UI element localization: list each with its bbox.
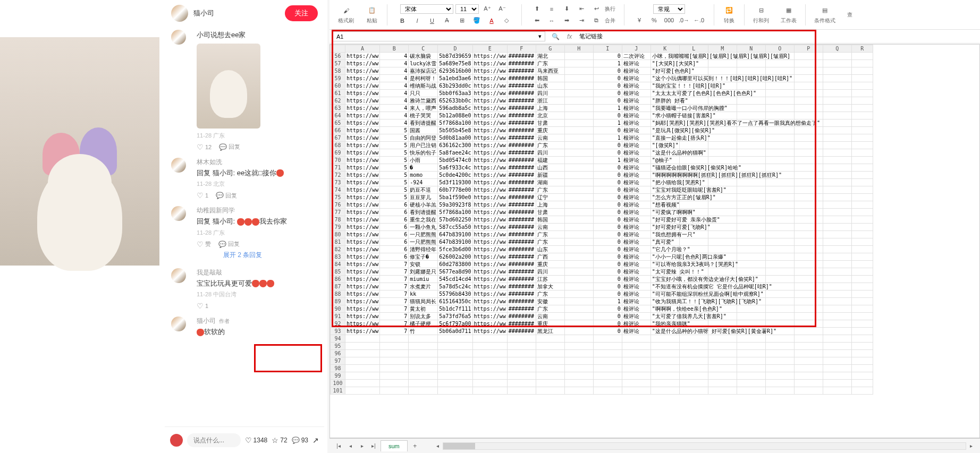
cell[interactable]: https://ww <box>472 134 507 142</box>
cell[interactable]: https://ww <box>472 105 507 112</box>
cell[interactable] <box>593 335 622 343</box>
cell[interactable]: 广东 <box>536 142 564 149</box>
cell[interactable] <box>823 105 851 112</box>
cell[interactable]: 0 <box>593 164 622 172</box>
cell[interactable] <box>851 298 873 305</box>
cell[interactable] <box>851 97 873 105</box>
cell[interactable]: 根评论 <box>622 82 650 90</box>
col-header-B[interactable]: B <box>380 45 409 53</box>
cell[interactable] <box>593 372 622 380</box>
cell[interactable] <box>737 209 765 216</box>
cell[interactable] <box>794 67 823 75</box>
cell[interactable] <box>851 335 873 343</box>
cell[interactable]: 7 <box>380 313 409 320</box>
cell[interactable]: ######## <box>507 305 536 313</box>
cell[interactable] <box>794 276 823 283</box>
cell[interactable]: 浙江 <box>536 97 564 105</box>
comment-username[interactable]: 幼稚园新同学 <box>197 206 318 215</box>
cell[interactable] <box>794 201 823 209</box>
cell[interactable]: ######## <box>507 209 536 216</box>
cell[interactable] <box>765 60 794 67</box>
cell[interactable] <box>622 357 650 365</box>
fx-icon[interactable]: fx <box>563 33 576 40</box>
cell[interactable]: 清野得经年 <box>409 246 438 253</box>
cell[interactable] <box>823 134 851 142</box>
cell[interactable] <box>564 194 593 201</box>
cell[interactable] <box>823 194 851 201</box>
cell[interactable] <box>765 157 794 164</box>
cell[interactable]: https://ww <box>345 298 380 305</box>
cell[interactable]: 广东 <box>536 290 564 298</box>
cell[interactable] <box>794 253 823 261</box>
cell[interactable]: "真可爱" <box>650 238 679 246</box>
cell[interactable]: "啊啊啊，快给ee亲[色色R]" <box>650 305 679 313</box>
cell[interactable] <box>564 276 593 283</box>
cell[interactable] <box>564 343 593 350</box>
cell[interactable] <box>851 224 873 231</box>
cell[interactable]: 0 <box>593 283 622 290</box>
cell[interactable]: "好可爱好可爱[飞吻R]" <box>650 224 679 231</box>
cell[interactable] <box>536 343 564 350</box>
cell[interactable]: 硬核小羊羔 <box>409 201 438 209</box>
cell[interactable]: https://ww <box>345 90 380 97</box>
cell[interactable]: https://ww <box>345 253 380 261</box>
cell[interactable]: 0 <box>593 194 622 201</box>
cell[interactable]: 广东 <box>536 231 564 238</box>
cell[interactable]: 5 <box>380 134 409 142</box>
cell[interactable]: ######## <box>507 313 536 320</box>
cell[interactable] <box>564 82 593 90</box>
cell[interactable] <box>380 343 409 350</box>
cell[interactable]: 5a6f933c4c <box>438 164 472 172</box>
tab-nav-prev-icon[interactable]: ◂ <box>345 441 355 451</box>
cell[interactable] <box>823 75 851 82</box>
cell[interactable] <box>593 365 622 372</box>
paste-icon[interactable]: 📋 <box>366 5 378 16</box>
cell[interactable] <box>380 350 409 357</box>
header-username[interactable]: 猫小司 <box>193 8 285 18</box>
cell[interactable]: 60b7778e00 <box>438 186 472 194</box>
cell[interactable] <box>765 365 794 372</box>
cell[interactable]: momo <box>409 172 438 179</box>
cell[interactable] <box>851 328 873 335</box>
cell[interactable]: 根评论 <box>622 60 650 67</box>
cell[interactable] <box>851 164 873 172</box>
cell[interactable]: 5b12a088e0 <box>438 112 472 119</box>
cell[interactable]: https://ww <box>345 194 380 201</box>
cell[interactable] <box>622 365 650 372</box>
cell[interactable] <box>851 343 873 350</box>
cell[interactable] <box>823 179 851 186</box>
cell[interactable] <box>823 305 851 313</box>
cell[interactable]: 6 <box>380 216 409 224</box>
cell[interactable]: 5b06a0d711 <box>438 328 472 335</box>
cell[interactable] <box>851 320 873 328</box>
cell[interactable]: ######## <box>507 53 536 60</box>
chevron-down-icon[interactable]: ▾ <box>538 33 542 40</box>
cell[interactable] <box>380 372 409 380</box>
cell[interactable] <box>851 290 873 298</box>
percent-icon[interactable]: % <box>648 15 661 25</box>
cell[interactable]: 是柯柯呀！ <box>409 75 438 82</box>
cell[interactable] <box>708 179 737 186</box>
name-box[interactable]: A1▾ <box>333 31 545 41</box>
cell[interactable] <box>650 343 679 350</box>
cell[interactable]: 5 <box>380 127 409 134</box>
cell[interactable]: "可爱疯了啊啊啊" <box>650 209 679 216</box>
cell[interactable]: 山东 <box>536 82 564 90</box>
cell[interactable]: 根评论 <box>622 283 650 290</box>
cell[interactable]: https://ww <box>345 119 380 127</box>
cell[interactable]: 云南 <box>536 313 564 320</box>
cell[interactable]: "这是什么品种的小猫呀 好可爱[偷笑R][黄金薯R]" <box>650 328 679 335</box>
cell[interactable]: https://ww <box>345 75 380 82</box>
cell[interactable]: ######## <box>507 90 536 97</box>
cell[interactable] <box>794 186 823 194</box>
cell[interactable]: https://ww <box>345 112 380 119</box>
cell[interactable] <box>622 372 650 380</box>
row-header[interactable]: 65 <box>331 119 345 127</box>
cell[interactable] <box>564 224 593 231</box>
cell[interactable] <box>823 142 851 149</box>
cell[interactable]: ######## <box>507 134 536 142</box>
cell[interactable] <box>794 134 823 142</box>
cell[interactable]: "它几个月啦？" <box>650 246 679 253</box>
cell[interactable]: 0 <box>593 216 622 224</box>
comment-username[interactable]: 林木如洗 <box>197 158 318 167</box>
